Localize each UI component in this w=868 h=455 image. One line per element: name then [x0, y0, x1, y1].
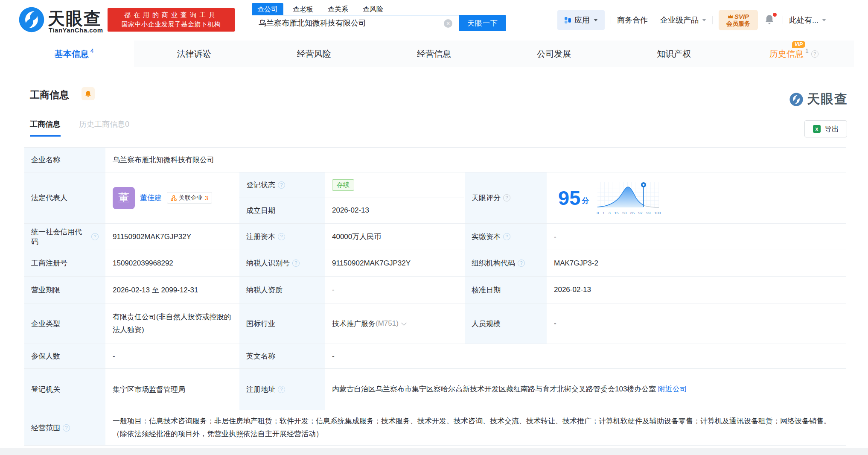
table-row: 企业名称 乌兰察布雁北知微科技有限公司 — [24, 148, 846, 172]
business-term-value: 2026-02-13 至 2099-12-31 — [106, 277, 239, 303]
header-menu: 应用 商务合作 企业级产品 SVIP 会员服务 — [557, 10, 826, 30]
field-label: 工商注册号 — [24, 250, 106, 276]
subtab-history-business-info[interactable]: 历史工商信息0 — [79, 119, 129, 129]
notification-dot — [773, 13, 777, 17]
username: 此处有... — [789, 15, 818, 25]
status-badge: 存续 — [332, 179, 354, 191]
related-count: 3 — [205, 195, 208, 201]
field-label: 参保人数 — [24, 344, 106, 368]
help-icon[interactable] — [63, 424, 70, 432]
field-label: 核准日期 — [464, 277, 547, 303]
help-icon[interactable] — [292, 260, 300, 267]
score-axis: 0 1 3 15 50 85 97 99 100 — [597, 211, 661, 215]
header: 天眼查 TianYanCha.com 都在用的商业查询工具 国家中小企业发展子基… — [0, 0, 868, 39]
tab-legal-proceedings[interactable]: 法律诉讼 — [134, 41, 254, 67]
help-icon[interactable] — [91, 233, 99, 240]
help-icon[interactable] — [503, 233, 510, 240]
score-axis-label: 3 — [609, 211, 611, 215]
insured-count-value: - — [106, 344, 239, 368]
table-row: 企业类型 有限责任公司(非自然人投资或控股的法人独资) 国标行业 技术推广服务 … — [24, 303, 846, 344]
clear-search-icon[interactable] — [444, 19, 452, 28]
field-label: 统一社会信用代码 — [31, 227, 89, 247]
divider — [712, 16, 713, 24]
table-row: 经营范围 一般项目：信息技术咨询服务；非居住房地产租赁；软件开发；信息系统集成服… — [24, 410, 846, 446]
chevron-down-icon[interactable] — [401, 320, 407, 326]
help-icon[interactable] — [278, 386, 285, 393]
tab-operating-info[interactable]: 经营信息 — [374, 41, 494, 67]
score-unit: 分 — [582, 196, 589, 206]
related-companies-badge[interactable]: 关联企业 3 — [167, 192, 212, 204]
vip-badge: VIP — [792, 41, 805, 48]
export-button[interactable]: X 导出 — [804, 120, 847, 137]
promo-badge: 都在用的商业查询工具 国家中小企业发展子基金旗下机构 — [108, 8, 235, 32]
tab-label: 历史信息 — [769, 48, 804, 60]
notifications-button[interactable] — [764, 14, 777, 26]
help-icon[interactable] — [278, 233, 285, 240]
tab-operating-risk[interactable]: 经营风险 — [254, 41, 374, 67]
tab-label: 公司发展 — [537, 48, 571, 60]
subscribe-bell-button[interactable] — [82, 87, 95, 100]
org-code-value: MAK7GJP3-2 — [547, 250, 846, 276]
score-axis-label: 99 — [646, 211, 650, 215]
help-icon[interactable] — [811, 50, 818, 58]
taxpayer-id-value: 91150902MAK7GJP32Y — [325, 250, 464, 276]
divider — [654, 16, 654, 24]
field-label: 纳税人资质 — [239, 277, 325, 303]
search-input[interactable] — [252, 15, 459, 31]
watermark-text: 天眼查 — [807, 90, 848, 108]
score-axis-label: 50 — [622, 211, 626, 215]
reg-address-cell: 内蒙古自治区乌兰察布市集宁区察哈尔高新技术开发区藏红南路与育才北街交叉路管委会1… — [325, 369, 846, 410]
user-account-menu[interactable]: 此处有... — [789, 15, 826, 25]
field-label-group: 注册资本 — [239, 224, 325, 250]
apps-menu[interactable]: 应用 — [557, 10, 605, 30]
avatar[interactable]: 董 — [113, 187, 135, 209]
score-axis-label: 100 — [654, 211, 661, 215]
field-label: 企业类型 — [24, 303, 106, 344]
reg-capital-value: 40000万人民币 — [325, 224, 464, 250]
tab-basic-info[interactable]: 基本信息 4 — [14, 41, 134, 67]
promo-line2: 国家中小企业发展子基金旗下机构 — [108, 20, 235, 29]
field-label-group: 纳税人识别号 — [239, 250, 325, 276]
tab-intellectual-property[interactable]: 知识产权 — [614, 41, 734, 67]
page-bottom-strip — [0, 448, 868, 455]
tab-history-info[interactable]: 历史信息 VIP 1 — [734, 41, 854, 67]
score-axis-label: 15 — [614, 211, 618, 215]
tab-company-development[interactable]: 公司发展 — [494, 41, 614, 67]
promo-line1: 都在用的商业查询工具 — [108, 10, 235, 20]
subtab-business-info[interactable]: 工商信息 — [30, 119, 61, 137]
field-label-group: 组织机构代码 — [464, 250, 547, 276]
legal-rep-link[interactable]: 董佳建 — [140, 193, 162, 203]
help-icon[interactable] — [518, 260, 525, 267]
table-row: 统一社会信用代码 91150902MAK7GJP32Y 注册资本 40000万人… — [24, 224, 846, 250]
table-row: 法定代表人 董 董佳建 关联企业 3 — [24, 172, 846, 224]
field-label: 企业名称 — [24, 148, 106, 172]
field-label-group: 天眼评分 — [464, 172, 547, 223]
section-title: 工商信息 — [30, 88, 69, 102]
enterprise-products-label: 企业级产品 — [660, 15, 699, 25]
reg-address-value: 内蒙古自治区乌兰察布市集宁区察哈尔高新技术开发区藏红南路与育才北街交叉路管委会1… — [332, 385, 656, 393]
tianyancha-company-page: 天眼查 TianYanCha.com 都在用的商业查询工具 国家中小企业发展子基… — [0, 0, 868, 455]
chevron-down-icon — [594, 19, 598, 21]
divider — [611, 16, 611, 24]
watermark: 天眼查 — [789, 90, 848, 108]
nearby-companies-link[interactable]: 附近公司 — [658, 385, 687, 393]
field-label: 成立日期 — [239, 198, 325, 224]
field-label: 登记状态 — [246, 180, 275, 190]
svip-sublabel: 会员服务 — [726, 20, 750, 28]
business-cooperation-link[interactable]: 商务合作 — [617, 15, 648, 25]
tianyancha-logo-icon[interactable] — [18, 6, 45, 33]
table-row: 工商注册号 150902039968292 纳税人识别号 91150902MAK… — [24, 250, 846, 277]
help-icon[interactable] — [503, 194, 510, 201]
field-label: 天眼评分 — [472, 193, 501, 203]
search-button[interactable]: 天眼一下 — [459, 15, 506, 31]
enterprise-products-menu[interactable]: 企业级产品 — [660, 15, 706, 25]
field-label: 人员规模 — [464, 303, 547, 344]
field-label-group: 实缴资本 — [464, 224, 547, 250]
score-axis-label: 85 — [630, 211, 635, 215]
svip-membership-button[interactable]: SVIP 会员服务 — [719, 10, 758, 30]
brand-domain: TianYanCha.com — [49, 26, 103, 34]
field-label-group: 登记状态 — [239, 172, 325, 198]
field-label-group: 经营范围 — [24, 410, 106, 445]
help-icon[interactable] — [278, 181, 285, 189]
business-info-card: 工商信息 天眼查 工商信息 历史工商信息0 X 导出 — [14, 67, 854, 446]
